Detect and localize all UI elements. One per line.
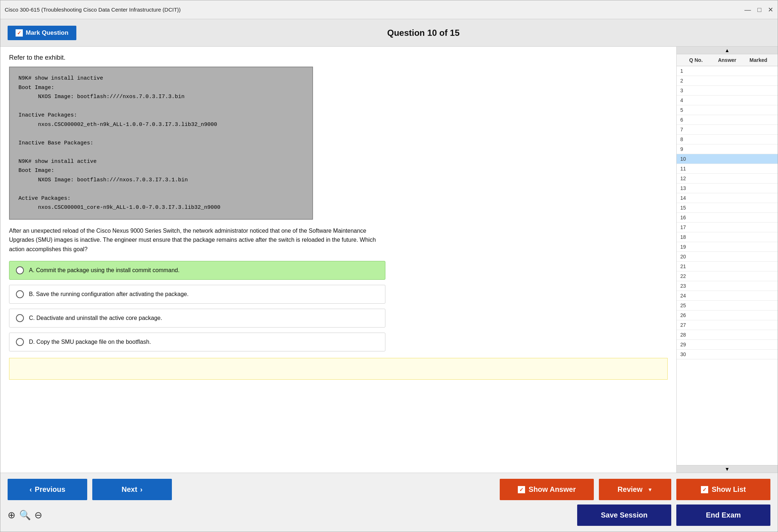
exhibit-line-13 xyxy=(18,185,304,194)
question-list-item[interactable]: 10 xyxy=(677,154,778,164)
option-c[interactable]: C. Deactivate and uninstall the active c… xyxy=(9,309,385,328)
radio-a xyxy=(16,266,24,274)
title-bar-controls: — □ ✕ xyxy=(744,7,773,13)
q-mark xyxy=(743,244,774,250)
q-ans xyxy=(711,273,743,279)
next-arrow-icon: › xyxy=(140,485,143,494)
col-qno: Q No. xyxy=(680,57,711,63)
question-list-item[interactable]: 19 xyxy=(677,242,778,252)
q-mark xyxy=(743,254,774,259)
question-list-item[interactable]: 16 xyxy=(677,213,778,223)
question-list-item[interactable]: 20 xyxy=(677,252,778,262)
question-list-scroll[interactable]: 1 2 3 4 5 6 7 8 9 10 11 xyxy=(677,66,778,465)
q-ans xyxy=(711,303,743,308)
question-list-item[interactable]: 25 xyxy=(677,301,778,311)
q-mark xyxy=(743,273,774,279)
question-list-item[interactable]: 7 xyxy=(677,125,778,135)
q-mark xyxy=(743,97,774,103)
question-list-item[interactable]: 2 xyxy=(677,76,778,86)
q-ans xyxy=(711,205,743,211)
q-mark xyxy=(743,332,774,338)
option-b[interactable]: B. Save the running configuration after … xyxy=(9,285,385,304)
exhibit-line-11: Boot Image: xyxy=(18,166,304,176)
question-list-item[interactable]: 8 xyxy=(677,135,778,144)
question-list-item[interactable]: 26 xyxy=(677,311,778,320)
q-num: 18 xyxy=(680,234,711,240)
maximize-button[interactable]: □ xyxy=(757,7,761,13)
q-num: 8 xyxy=(680,136,711,142)
question-list-item[interactable]: 3 xyxy=(677,86,778,96)
q-mark xyxy=(743,263,774,269)
q-mark xyxy=(743,283,774,289)
q-num: 30 xyxy=(680,351,711,357)
question-list-item[interactable]: 23 xyxy=(677,281,778,291)
q-num: 12 xyxy=(680,176,711,181)
question-list-item[interactable]: 14 xyxy=(677,193,778,203)
q-mark xyxy=(743,176,774,181)
question-list-item[interactable]: 18 xyxy=(677,232,778,242)
question-list-item[interactable]: 5 xyxy=(677,105,778,115)
end-exam-button[interactable]: End Exam xyxy=(676,504,770,526)
q-num: 11 xyxy=(680,166,711,172)
close-button[interactable]: ✕ xyxy=(768,7,773,13)
question-list-item[interactable]: 27 xyxy=(677,320,778,330)
q-mark xyxy=(743,78,774,84)
question-list-item[interactable]: 17 xyxy=(677,223,778,232)
save-session-button[interactable]: Save Session xyxy=(577,504,671,526)
q-mark xyxy=(743,127,774,132)
q-num: 1 xyxy=(680,68,711,74)
exhibit-line-3: NXOS Image: bootflash:////nxos.7.0.3.I7.… xyxy=(18,92,304,102)
q-ans xyxy=(711,146,743,152)
question-list-item[interactable]: 30 xyxy=(677,350,778,359)
question-list-item[interactable]: 15 xyxy=(677,203,778,213)
mark-question-button[interactable]: Mark Question xyxy=(8,26,76,40)
q-mark xyxy=(743,303,774,308)
show-list-label: Show List xyxy=(712,485,746,494)
exhibit-line-8: Inactive Base Packages: xyxy=(18,139,304,148)
q-mark xyxy=(743,293,774,299)
right-panel: ▲ Q No. Answer Marked 1 2 3 4 5 6 xyxy=(676,47,778,473)
question-list-item[interactable]: 6 xyxy=(677,115,778,125)
q-mark xyxy=(743,312,774,318)
q-num: 29 xyxy=(680,342,711,347)
exhibit-line-12: NXOS Image: bootflash:///nxos.7.0.3.I7.3… xyxy=(18,176,304,185)
q-num: 7 xyxy=(680,127,711,132)
question-list-item[interactable]: 29 xyxy=(677,340,778,350)
q-mark xyxy=(743,136,774,142)
option-a[interactable]: A. Commit the package using the install … xyxy=(9,261,385,280)
question-panel: Refer to the exhibit. N9K# show install … xyxy=(0,47,676,473)
question-list-item[interactable]: 11 xyxy=(677,164,778,174)
review-button[interactable]: Review ▼ xyxy=(599,479,671,500)
scroll-up-button[interactable]: ▲ xyxy=(677,47,778,54)
question-body: After an unexpected reload of the Cisco … xyxy=(9,226,378,254)
show-list-button[interactable]: Show List xyxy=(676,479,770,500)
q-ans xyxy=(711,283,743,289)
question-list-item[interactable]: 4 xyxy=(677,96,778,105)
show-answer-button[interactable]: Show Answer xyxy=(500,479,594,500)
question-list-item[interactable]: 13 xyxy=(677,183,778,193)
zoom-reset-button[interactable]: 🔍 xyxy=(19,510,31,521)
right-panel-header: Q No. Answer Marked xyxy=(677,54,778,66)
question-list-item[interactable]: 9 xyxy=(677,144,778,154)
scroll-down-button[interactable]: ▼ xyxy=(677,465,778,473)
q-num: 21 xyxy=(680,263,711,269)
q-num: 3 xyxy=(680,88,711,93)
question-list-item[interactable]: 24 xyxy=(677,291,778,301)
question-list-item[interactable]: 22 xyxy=(677,271,778,281)
question-list-item[interactable]: 1 xyxy=(677,66,778,76)
zoom-out-button[interactable]: ⊖ xyxy=(34,510,42,521)
option-d[interactable]: D. Copy the SMU package file on the boot… xyxy=(9,333,385,351)
q-num: 2 xyxy=(680,78,711,84)
next-button[interactable]: Next › xyxy=(92,479,172,500)
question-list-item[interactable]: 12 xyxy=(677,174,778,183)
question-list-item[interactable]: 21 xyxy=(677,262,778,271)
q-num: 20 xyxy=(680,254,711,259)
previous-button[interactable]: ‹ Previous xyxy=(8,479,87,500)
q-num: 17 xyxy=(680,224,711,230)
radio-inner-b xyxy=(18,292,22,296)
q-num: 6 xyxy=(680,117,711,123)
question-list-item[interactable]: 28 xyxy=(677,330,778,340)
exhibit-line-4 xyxy=(18,102,304,111)
zoom-in-button[interactable]: ⊕ xyxy=(8,510,16,521)
minimize-button[interactable]: — xyxy=(744,7,751,13)
